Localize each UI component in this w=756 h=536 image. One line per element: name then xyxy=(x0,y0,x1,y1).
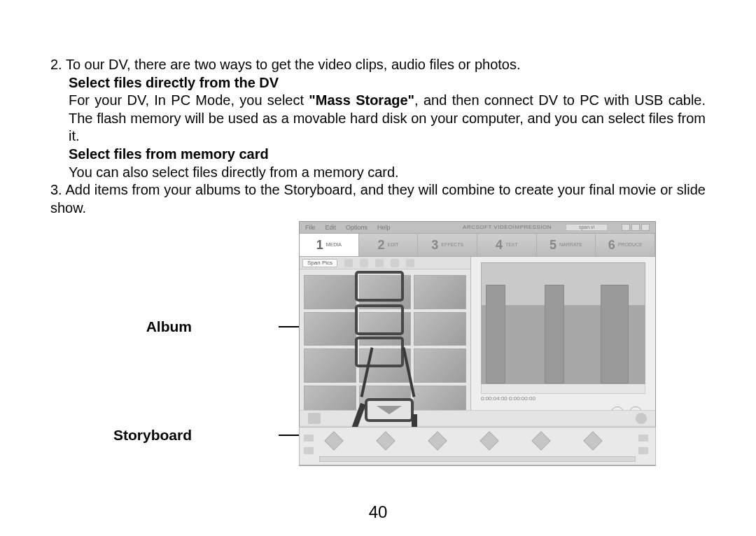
page-number: 40 xyxy=(0,502,756,523)
tab-label: EFFECTS xyxy=(441,242,463,248)
dropdown-icon[interactable] xyxy=(344,259,353,267)
refresh-icon[interactable] xyxy=(406,259,414,267)
tab-effects[interactable]: 3EFFECTS xyxy=(418,234,477,256)
text-mass-storage: "Mass Storage" xyxy=(309,92,414,108)
figure: Album Storyboard File Edit Options Help … xyxy=(50,221,706,480)
tab-num: 2 xyxy=(378,237,385,253)
tab-num: 5 xyxy=(550,237,556,253)
paragraph-storyboard: 3. Add items from your albums to the Sto… xyxy=(50,181,706,217)
tab-edit[interactable]: 2EDIT xyxy=(359,234,419,256)
app-title: ARCSOFT VIDEOIMPRESSION xyxy=(463,224,552,231)
album-toolbar: Span Pics xyxy=(300,257,470,269)
storyboard-slot[interactable] xyxy=(428,432,447,451)
annotation-storyboard: Storyboard xyxy=(113,426,192,445)
thumbnail[interactable] xyxy=(414,348,466,383)
tab-produce[interactable]: 6PRODUCE xyxy=(596,234,655,256)
maximize-button[interactable] xyxy=(631,224,640,231)
tab-text[interactable]: 4TEXT xyxy=(477,234,537,256)
thumbnail[interactable] xyxy=(304,312,356,346)
tab-num: 6 xyxy=(608,237,615,253)
tab-label: TEXT xyxy=(505,242,518,248)
storyboard-slot[interactable] xyxy=(583,432,603,451)
menu-edit[interactable]: Edit xyxy=(326,224,337,232)
scroll-left-buttons[interactable] xyxy=(304,435,316,454)
paragraph-intro: 2. To our DV, there are two ways to get … xyxy=(50,56,706,74)
tab-label: NARRATE xyxy=(559,242,582,248)
close-button[interactable] xyxy=(641,224,650,231)
paragraph-dv: For your DV, In PC Mode, you select "Mas… xyxy=(50,92,706,146)
disc-icon[interactable] xyxy=(636,413,647,424)
album-name[interactable]: Span Pics xyxy=(302,259,337,267)
storyboard-slot[interactable] xyxy=(531,432,551,451)
window-buttons xyxy=(622,224,650,231)
tab-narrate[interactable]: 5NARRATE xyxy=(537,234,596,256)
camera-icon[interactable] xyxy=(375,259,384,267)
menu-options[interactable]: Options xyxy=(346,224,368,232)
thumbnail[interactable] xyxy=(414,312,466,346)
thumbnail[interactable] xyxy=(414,275,466,309)
playback-scrubber[interactable] xyxy=(481,384,645,394)
tab-num: 1 xyxy=(316,237,323,253)
thumbnail[interactable] xyxy=(304,348,356,383)
scroll-right-buttons[interactable] xyxy=(638,435,651,454)
highlight-box xyxy=(355,271,404,302)
storyboard-slot[interactable] xyxy=(376,432,396,451)
minimize-button[interactable] xyxy=(622,224,630,231)
folder-icon[interactable] xyxy=(360,259,368,267)
storyboard-slot[interactable] xyxy=(324,432,344,451)
menu-help[interactable]: Help xyxy=(377,224,391,232)
tab-media[interactable]: 1MEDIA xyxy=(300,234,359,256)
sort-icon[interactable] xyxy=(391,259,399,267)
timecode: 0:00:04:00 0:00:00:00 xyxy=(481,394,645,404)
annotation-album: Album xyxy=(146,318,192,337)
highlight-box xyxy=(355,304,404,335)
text-dv-a: For your DV, In PC Mode, you select xyxy=(69,92,309,108)
storyboard-slot[interactable] xyxy=(479,432,499,451)
tab-num: 3 xyxy=(431,237,438,253)
thumbnail[interactable] xyxy=(304,275,356,309)
chevron-down-icon xyxy=(377,406,402,414)
timeline-track[interactable] xyxy=(319,456,636,462)
preview-panel: 0:00:04:00 0:00:00:00 xyxy=(471,257,655,425)
step-tabs: 1MEDIA 2EDIT 3EFFECTS 4TEXT 5NARRATE 6PR… xyxy=(300,233,655,257)
tab-label: PRODUCE xyxy=(618,242,643,248)
heading-select-dv: Select files directly from the DV xyxy=(50,74,706,92)
tab-label: EDIT xyxy=(388,242,399,248)
storyboard-panel xyxy=(299,427,656,465)
trash-icon[interactable] xyxy=(308,413,321,424)
preview-image xyxy=(481,262,645,384)
heading-select-card: Select files from memory card xyxy=(50,146,706,164)
paragraph-card: You can also select files directly from … xyxy=(50,164,706,182)
menu-file[interactable]: File xyxy=(305,224,316,232)
annotation-guide-lines xyxy=(358,347,421,403)
menubar: File Edit Options Help ARCSOFT VIDEOIMPR… xyxy=(300,222,655,233)
tab-label: MEDIA xyxy=(326,242,342,248)
tab-num: 4 xyxy=(496,237,503,253)
document-name: span.vi xyxy=(566,224,608,231)
